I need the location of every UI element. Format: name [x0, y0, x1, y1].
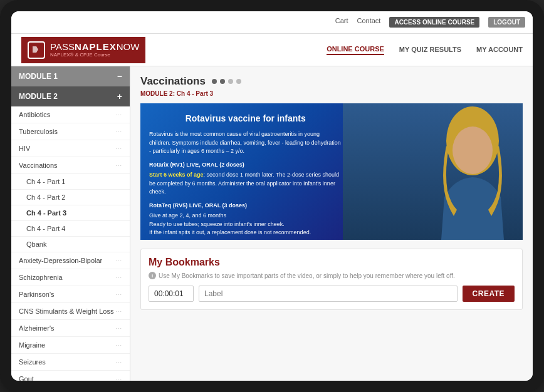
- bookmark-form: CREATE: [149, 286, 515, 302]
- sidebar-item-parkinsons[interactable]: Parkinson's ···: [11, 286, 130, 303]
- bookmark-label-input[interactable]: [199, 286, 458, 302]
- slide-title: Rotavirus vaccine for infants: [149, 112, 342, 125]
- main-area: MODULE 1 − MODULE 2 + Antibiotics ··· Tu…: [11, 66, 533, 381]
- video-player[interactable]: Rotavirus vaccine for infants Rotavirus …: [140, 103, 523, 240]
- rotateq-title: RotaTeq (RV5) LIVE, ORAL (3 doses): [149, 202, 342, 210]
- content-area: Vaccinations MODULE 2: Ch 4 - Part 3 Rot…: [130, 66, 533, 381]
- sidebar-item-antibiotics[interactable]: Antibiotics ···: [11, 106, 130, 123]
- module-1-header[interactable]: MODULE 1 −: [11, 66, 130, 86]
- sub-item-ch4-part2[interactable]: Ch 4 - Part 2: [11, 190, 130, 205]
- header: PASSNAPLEXNOW NAPLEX® & CPJE Course ONLI…: [11, 34, 533, 66]
- top-bar: Cart Contact ACCESS ONLINE COURSE LOGOUT: [11, 11, 533, 34]
- logo-subtitle: NAPLEX® & CPJE Course: [50, 52, 139, 58]
- logo-title: PASSNAPLEXNOW: [50, 42, 139, 53]
- module-2-expand-icon: +: [117, 91, 122, 101]
- module-1-collapse-icon: −: [117, 71, 122, 81]
- sub-item-ch4-part1[interactable]: Ch 4 - Part 1: [11, 174, 130, 190]
- module-2-header[interactable]: MODULE 2 +: [11, 86, 130, 106]
- sidebar-item-seizures[interactable]: Seizures ···: [11, 354, 130, 371]
- page-title: Vaccinations: [140, 75, 206, 88]
- nav-links: ONLINE COURSE MY QUIZ RESULTS MY ACCOUNT: [327, 45, 523, 55]
- dot-4[interactable]: [236, 79, 241, 84]
- nav-online-course[interactable]: ONLINE COURSE: [327, 45, 384, 55]
- logo-text: PASSNAPLEXNOW NAPLEX® & CPJE Course: [50, 42, 139, 58]
- bookmarks-section: My Bookmarks i Use My Bookmarks to save …: [140, 249, 523, 310]
- sidebar-item-tuberculosis[interactable]: Tuberculosis ···: [11, 123, 130, 140]
- nav-my-account[interactable]: MY ACCOUNT: [476, 46, 523, 54]
- info-icon: i: [149, 272, 156, 279]
- sidebar-item-alzheimers[interactable]: Alzheimer's ···: [11, 320, 130, 337]
- bookmarks-title: My Bookmarks: [149, 257, 515, 268]
- dot-3[interactable]: [228, 79, 233, 84]
- svg-point-1: [452, 126, 493, 174]
- dots-nav: [212, 79, 241, 84]
- video-presenter: [343, 103, 523, 240]
- sidebar-item-gout[interactable]: Gout ···: [11, 371, 130, 381]
- sidebar-item-cns[interactable]: CNS Stimulants & Weight Loss ···: [11, 303, 130, 320]
- logo-icon: [28, 41, 45, 59]
- cart-link[interactable]: Cart: [335, 17, 348, 28]
- video-slide: Rotavirus vaccine for infants Rotavirus …: [140, 103, 351, 240]
- sub-item-qbank[interactable]: Qbank: [11, 237, 130, 252]
- top-bar-right: Cart Contact ACCESS ONLINE COURSE LOGOUT: [335, 17, 525, 28]
- rotateq-detail: Give at age 2, 4, and 6 monthsReady to u…: [149, 212, 342, 237]
- sidebar-item-migraine[interactable]: Migraine ···: [11, 337, 130, 354]
- sidebar-item-vaccinations[interactable]: Vaccinations ···: [11, 157, 130, 174]
- logout-button[interactable]: LOGOUT: [488, 17, 525, 28]
- sidebar-item-schizophrenia[interactable]: Schizophrenia ···: [11, 269, 130, 286]
- page-title-row: Vaccinations: [140, 75, 523, 88]
- sub-item-ch4-part3[interactable]: Ch 4 - Part 3: [11, 205, 130, 221]
- sub-item-ch4-part4[interactable]: Ch 4 - Part 4: [11, 221, 130, 237]
- logo: PASSNAPLEXNOW NAPLEX® & CPJE Course: [21, 37, 145, 63]
- nav-quiz-results[interactable]: MY QUIZ RESULTS: [399, 46, 461, 54]
- bookmarks-hint: i Use My Bookmarks to save important par…: [149, 272, 515, 279]
- screen: Cart Contact ACCESS ONLINE COURSE LOGOUT…: [11, 11, 533, 381]
- device-frame: Cart Contact ACCESS ONLINE COURSE LOGOUT…: [0, 0, 544, 392]
- contact-link[interactable]: Contact: [357, 17, 381, 28]
- dot-2[interactable]: [220, 79, 225, 84]
- sidebar: MODULE 1 − MODULE 2 + Antibiotics ··· Tu…: [11, 66, 130, 381]
- access-online-course-button[interactable]: ACCESS ONLINE COURSE: [389, 17, 479, 28]
- slide-paragraph1: Rotavirus is the most common cause of vi…: [149, 130, 342, 156]
- bookmark-time-input[interactable]: [149, 286, 194, 302]
- sidebar-item-anxiety[interactable]: Anxiety-Depression-Bipolar ···: [11, 252, 130, 269]
- dot-1[interactable]: [212, 79, 217, 84]
- sidebar-item-hiv[interactable]: HIV ···: [11, 140, 130, 157]
- rotarix-detail: Start 6 weeks of age; second dose 1 mont…: [149, 171, 342, 197]
- breadcrumb: MODULE 2: Ch 4 - Part 3: [140, 90, 523, 97]
- create-bookmark-button[interactable]: CREATE: [463, 286, 515, 302]
- rotarix-title: Rotarix (RV1) LIVE, ORAL (2 doses): [149, 161, 342, 170]
